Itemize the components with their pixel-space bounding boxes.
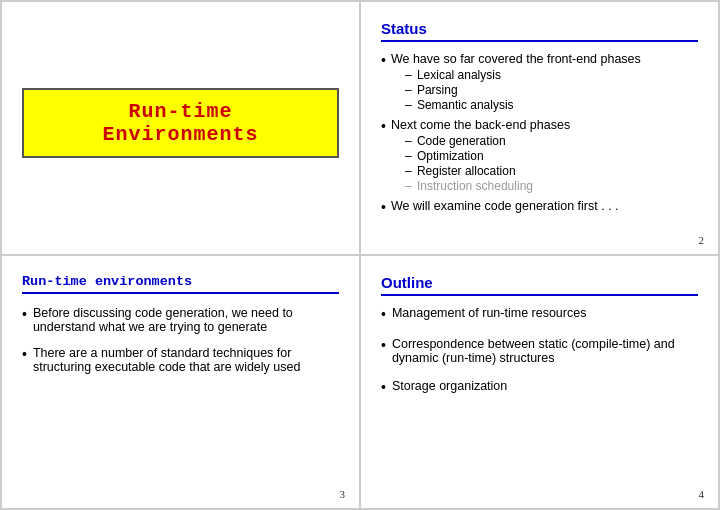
list-item-text: Next come the back-end phases	[391, 118, 570, 132]
sub-item: Code generation	[405, 134, 570, 148]
sub-list: Code generation Optimization Register al…	[391, 134, 570, 193]
list-item-text: We will examine code generation first . …	[391, 199, 619, 213]
slide3-list: • Before discussing code generation, we …	[22, 306, 339, 374]
slide-title: Run-time Environments	[102, 100, 258, 146]
list-item-text: Correspondence between static (compile-t…	[392, 337, 698, 365]
list-item-content: We have so far covered the front-end pha…	[391, 52, 641, 113]
sub-list: Lexical analysis Parsing Semantic analys…	[391, 68, 641, 112]
slide-number: 2	[699, 234, 705, 246]
list-item: • Before discussing code generation, we …	[22, 306, 339, 334]
sub-item-muted: Instruction scheduling	[405, 179, 570, 193]
bullet-dot: •	[22, 346, 27, 363]
sub-item: Lexical analysis	[405, 68, 641, 82]
list-item-content: Next come the back-end phases Code gener…	[391, 118, 570, 194]
slide-2: Status • We have so far covered the fron…	[360, 1, 719, 255]
list-item: • There are a number of standard techniq…	[22, 346, 339, 374]
list-item-text: We have so far covered the front-end pha…	[391, 52, 641, 66]
slide2-heading: Status	[381, 20, 698, 42]
slide3-heading: Run-time environments	[22, 274, 339, 294]
slide-number: 3	[340, 488, 346, 500]
list-item: • We have so far covered the front-end p…	[381, 52, 698, 113]
slide-1: Run-time Environments	[1, 1, 360, 255]
list-item: • We will examine code generation first …	[381, 199, 698, 216]
slide-3: Run-time environments • Before discussin…	[1, 255, 360, 509]
title-box: Run-time Environments	[22, 88, 339, 158]
list-item: • Next come the back-end phases Code gen…	[381, 118, 698, 194]
slide-4: Outline • Management of run-time resourc…	[360, 255, 719, 509]
bullet-dot: •	[381, 337, 386, 354]
slide-number: 4	[699, 488, 705, 500]
sub-item: Parsing	[405, 83, 641, 97]
sub-item: Optimization	[405, 149, 570, 163]
bullet-dot: •	[22, 306, 27, 323]
list-item: • Storage organization	[381, 379, 698, 396]
sub-item: Register allocation	[405, 164, 570, 178]
bullet-dot: •	[381, 52, 386, 69]
slide4-heading: Outline	[381, 274, 698, 296]
bullet-dot: •	[381, 379, 386, 396]
list-item-text: Before discussing code generation, we ne…	[33, 306, 339, 334]
bullet-dot: •	[381, 118, 386, 135]
sub-item: Semantic analysis	[405, 98, 641, 112]
list-item: • Correspondence between static (compile…	[381, 337, 698, 365]
bullet-dot: •	[381, 199, 386, 216]
list-item-text: Management of run-time resources	[392, 306, 587, 320]
slide4-list: • Management of run-time resources • Cor…	[381, 306, 698, 396]
list-item-text: There are a number of standard technique…	[33, 346, 339, 374]
list-item-text: Storage organization	[392, 379, 507, 393]
list-item: • Management of run-time resources	[381, 306, 698, 323]
bullet-dot: •	[381, 306, 386, 323]
slide2-bullet-list: • We have so far covered the front-end p…	[381, 52, 698, 216]
